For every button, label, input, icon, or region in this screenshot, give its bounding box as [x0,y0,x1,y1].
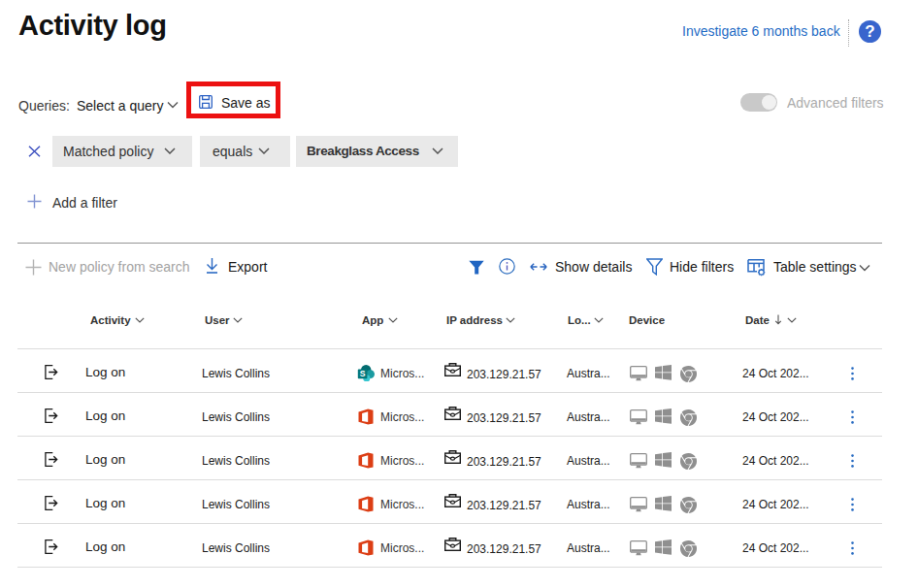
svg-text:S: S [360,369,366,378]
